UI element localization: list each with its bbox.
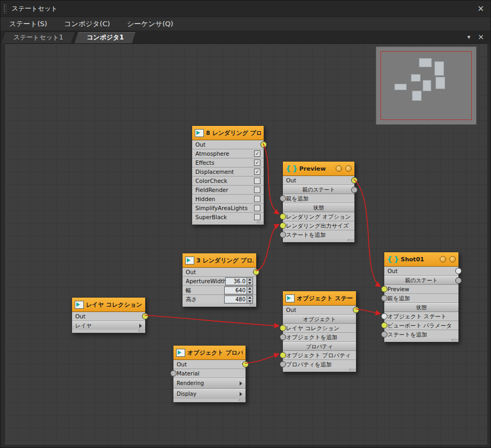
input-port[interactable] bbox=[381, 295, 387, 301]
input-port[interactable] bbox=[280, 325, 286, 331]
resize-grip[interactable] bbox=[347, 239, 354, 242]
node-option-button[interactable] bbox=[440, 256, 446, 262]
minimap[interactable] bbox=[376, 46, 477, 125]
braces-icon bbox=[286, 165, 297, 172]
drag-handle-icon[interactable] bbox=[3, 4, 6, 13]
checkbox[interactable]: ✓ bbox=[254, 150, 260, 157]
row-rendering-band[interactable]: Rendering bbox=[173, 378, 246, 389]
resize-grip[interactable] bbox=[138, 330, 145, 332]
number-input[interactable]: 36.0 bbox=[225, 277, 253, 285]
node-header[interactable]: Preview bbox=[283, 162, 354, 176]
menu-state[interactable]: ステート(S) bbox=[1, 19, 56, 29]
row-parent-state-band: 親のステート bbox=[283, 185, 354, 194]
row-add-parent: 親を追加 bbox=[384, 294, 458, 303]
minimap-node-rect bbox=[435, 77, 445, 89]
node-header[interactable]: Shot01 bbox=[384, 252, 458, 267]
row-display-band[interactable]: Display bbox=[173, 389, 246, 399]
output-port[interactable] bbox=[242, 361, 249, 367]
node-rendering-properties-3[interactable]: 3 レンダリング プロパテ... Out ApertureWidth 36.0 … bbox=[182, 253, 257, 307]
resize-grip[interactable] bbox=[452, 339, 458, 341]
menu-sequencer[interactable]: シーケンサ(Q) bbox=[118, 19, 182, 29]
checkbox[interactable] bbox=[254, 196, 260, 202]
node-title: Shot01 bbox=[401, 256, 438, 263]
input-port[interactable] bbox=[381, 313, 387, 319]
row-checkbox: Displacement ✓ bbox=[192, 167, 264, 177]
node-option-button[interactable] bbox=[336, 165, 342, 172]
output-port[interactable] bbox=[455, 268, 462, 274]
node-header[interactable]: 8 レンダリング プロパテ... bbox=[192, 126, 264, 140]
number-input[interactable]: 480 bbox=[224, 295, 253, 303]
output-port[interactable] bbox=[353, 307, 359, 313]
spinner-buttons[interactable] bbox=[247, 296, 252, 303]
input-port[interactable] bbox=[280, 361, 286, 367]
number-input[interactable]: 640 bbox=[224, 286, 253, 294]
connection-wire[interactable] bbox=[245, 354, 279, 363]
input-port[interactable] bbox=[280, 213, 286, 220]
node-title: 8 レンダリング プロパテ... bbox=[206, 129, 261, 137]
input-port[interactable] bbox=[280, 222, 286, 229]
output-port[interactable] bbox=[142, 313, 148, 319]
tab-state-set-1[interactable]: ステートセット1 bbox=[3, 31, 74, 43]
checkbox[interactable] bbox=[254, 205, 260, 211]
window-close-button[interactable]: × bbox=[477, 5, 484, 13]
input-port[interactable] bbox=[280, 195, 286, 202]
row-rendering-output-size: レンダリング出力サイズ bbox=[283, 221, 354, 230]
input-port[interactable] bbox=[280, 334, 286, 340]
tab-close-button[interactable]: × bbox=[478, 33, 484, 41]
output-port[interactable] bbox=[253, 269, 259, 275]
minimap-node-rect bbox=[411, 74, 421, 82]
resize-grip[interactable] bbox=[249, 303, 256, 306]
expand-arrow-icon[interactable] bbox=[240, 392, 242, 396]
spinner-buttons[interactable] bbox=[247, 287, 252, 294]
resize-grip[interactable] bbox=[257, 221, 263, 224]
row-layer-band[interactable]: レイヤ bbox=[72, 321, 145, 330]
node-header[interactable]: オブジェクト プロパティ bbox=[173, 346, 246, 360]
row-checkbox: ColorCheck bbox=[192, 177, 264, 186]
minimap-node-rect bbox=[412, 91, 422, 101]
resize-grip[interactable] bbox=[349, 369, 355, 371]
checkbox[interactable] bbox=[254, 187, 260, 193]
row-out: Out bbox=[173, 360, 246, 369]
connection-wire[interactable] bbox=[354, 179, 380, 286]
minimap-node-rect bbox=[423, 80, 431, 91]
output-port[interactable] bbox=[455, 277, 462, 284]
input-port[interactable] bbox=[381, 331, 387, 338]
menu-compositor[interactable]: コンポジタ(C) bbox=[56, 19, 118, 29]
connection-wire[interactable] bbox=[256, 225, 279, 271]
tab-compositor-1[interactable]: コンポジタ1 bbox=[76, 31, 134, 43]
output-port[interactable] bbox=[351, 177, 358, 183]
output-port[interactable] bbox=[351, 187, 358, 193]
checkbox[interactable] bbox=[254, 178, 260, 184]
node-pin-button[interactable] bbox=[449, 256, 456, 262]
node-header[interactable]: レイヤ コレクション bbox=[72, 298, 145, 312]
property-node-icon bbox=[176, 349, 185, 357]
input-port[interactable] bbox=[381, 286, 387, 292]
node-shot01[interactable]: Shot01 Out 親のステート Preview 親を追加 状態 bbox=[384, 252, 459, 342]
input-port[interactable] bbox=[280, 352, 286, 358]
spinner-buttons[interactable] bbox=[247, 278, 252, 285]
input-port[interactable] bbox=[280, 231, 286, 238]
input-port[interactable] bbox=[170, 370, 177, 377]
node-graph-canvas[interactable]: 8 レンダリング プロパテ... Out Atmosphere ✓ Effect… bbox=[5, 43, 487, 445]
node-rendering-properties-8[interactable]: 8 レンダリング プロパテ... Out Atmosphere ✓ Effect… bbox=[192, 125, 264, 225]
connection-wire[interactable] bbox=[145, 315, 279, 326]
output-port[interactable] bbox=[260, 141, 267, 148]
node-layer-collection[interactable]: レイヤ コレクション Out レイヤ bbox=[72, 297, 146, 333]
expand-arrow-icon[interactable] bbox=[240, 381, 242, 386]
checkbox[interactable]: ✓ bbox=[254, 169, 260, 175]
node-header[interactable]: 3 レンダリング プロパテ... bbox=[183, 253, 256, 268]
node-preview[interactable]: Preview Out 親のステート 親を追加 状態 レンダリング オプ bbox=[282, 161, 355, 243]
node-object-state[interactable]: オブジェクト ステート Out オブジェクト レイヤ コレクション オブジェクト… bbox=[282, 291, 357, 372]
expand-arrow-icon[interactable] bbox=[139, 324, 142, 328]
checkbox[interactable] bbox=[254, 214, 260, 220]
connection-wire[interactable] bbox=[263, 143, 279, 214]
node-object-properties[interactable]: オブジェクト プロパティ Out Material Rendering Disp… bbox=[173, 345, 246, 403]
resize-grip[interactable] bbox=[239, 399, 245, 402]
checkbox[interactable]: ✓ bbox=[254, 159, 260, 166]
tab-list-dropdown-icon[interactable]: ▾ bbox=[468, 34, 471, 41]
node-pin-button[interactable] bbox=[345, 165, 352, 172]
property-node-icon bbox=[195, 129, 204, 137]
title-bar[interactable]: ステートセット × bbox=[1, 1, 490, 17]
input-port[interactable] bbox=[381, 322, 387, 329]
node-header[interactable]: オブジェクト ステート bbox=[283, 291, 356, 306]
